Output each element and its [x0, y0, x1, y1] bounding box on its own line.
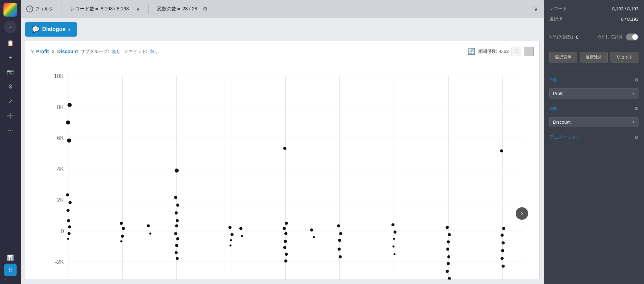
filter-button[interactable]: ▽ フィルタ — [26, 6, 53, 12]
refresh-icon[interactable]: 🔄 — [468, 48, 475, 55]
svg-point-51 — [120, 240, 122, 243]
action-buttons: 選択表示 選択除外 リセット — [549, 52, 638, 63]
svg-point-83 — [338, 239, 341, 242]
sidebar-item-plus[interactable]: ➕ — [4, 109, 17, 122]
x-dropdown-arrow-icon: ▾ — [633, 120, 635, 124]
dots-button[interactable]: ⠿ — [512, 47, 521, 56]
sidebar-item-scatter[interactable]: ⠿ — [4, 264, 17, 276]
na-toggle[interactable] — [626, 34, 638, 40]
selected-row: 選択済 0 / 8,193 — [549, 16, 638, 22]
svg-point-89 — [393, 238, 395, 240]
animation-gear-icon[interactable]: ⚙ — [634, 135, 638, 140]
svg-point-81 — [337, 224, 340, 227]
svg-point-105 — [501, 249, 504, 252]
y-axis-section-label: Y軸 — [549, 77, 557, 83]
facet-value[interactable]: 無し — [150, 48, 159, 55]
topbar-right-chevron[interactable]: ∨ — [534, 5, 538, 13]
filter-label: フィルタ — [35, 6, 53, 12]
svg-point-61 — [176, 237, 179, 240]
svg-point-90 — [393, 246, 395, 248]
svg-point-70 — [241, 235, 243, 237]
svg-point-88 — [394, 230, 397, 234]
y-axis-label: Profit — [31, 60, 37, 280]
rp-divider1 — [549, 28, 638, 28]
x-letter: X: — [52, 49, 56, 54]
svg-point-57 — [175, 211, 178, 215]
show-selected-button[interactable]: 選択表示 — [549, 52, 577, 63]
svg-point-50 — [121, 235, 124, 238]
chart-next-button[interactable]: › — [516, 207, 528, 220]
svg-point-40 — [67, 139, 71, 143]
svg-point-56 — [176, 203, 179, 207]
topbar-divider1 — [62, 4, 62, 14]
svg-point-55 — [174, 196, 177, 199]
svg-point-46 — [67, 232, 71, 235]
x-axis-section-header: X軸 ⚙ — [549, 105, 638, 112]
y-letter: Y: — [31, 49, 35, 54]
subgroup-value[interactable]: 無し — [112, 48, 121, 55]
dialogue-arrow-icon: › — [68, 26, 70, 32]
svg-point-45 — [68, 225, 71, 228]
na-calc-label: 0として計算 — [598, 34, 623, 40]
app-logo[interactable] — [3, 3, 17, 17]
record-chevron[interactable]: ∨ — [136, 6, 140, 12]
sidebar-item-settings[interactable]: ⚙ — [4, 80, 17, 93]
svg-point-101 — [500, 149, 503, 152]
svg-point-79 — [310, 228, 313, 231]
x-axis-gear-icon[interactable]: ⚙ — [634, 106, 638, 111]
y-axis-dropdown[interactable]: Profit ▾ — [549, 88, 638, 98]
svg-point-107 — [502, 265, 505, 268]
var-count: 変数の数＝ 28 / 28 — [157, 6, 197, 12]
svg-point-78 — [284, 259, 287, 263]
y-axis-gear-icon[interactable]: ⚙ — [634, 77, 638, 83]
reset-button[interactable]: リセット — [610, 52, 638, 63]
sidebar-item-share[interactable]: ↗ — [4, 95, 17, 107]
topbar: ▽ フィルタ レコード数＝ 8,193 / 8,193 ∨ 変数の数＝ 28 /… — [21, 0, 544, 18]
x-axis-dropdown[interactable]: Discount ▾ — [549, 117, 638, 127]
svg-point-73 — [283, 227, 286, 230]
x-value-button[interactable]: Discount — [57, 49, 78, 54]
record-row: レコード 8,193 / 8,193 — [549, 6, 638, 12]
svg-point-74 — [284, 232, 287, 235]
sidebar-item-document[interactable]: 📋 — [4, 37, 17, 49]
var-gear-icon[interactable]: ⚙ — [203, 6, 208, 12]
y-value-button[interactable]: Profit — [36, 49, 49, 54]
filter-icon: ▽ — [26, 6, 33, 12]
sidebar-item-add[interactable]: ＋ — [4, 51, 17, 64]
toggle-knob — [632, 34, 638, 40]
scatter-svg[interactable]: 10K 8K 6K 4K 2K 0 -2K -4K -6K -8K 0 0.1 … — [37, 60, 534, 280]
topbar-divider2 — [148, 4, 149, 14]
svg-point-42 — [68, 201, 72, 204]
chart-header: Y: Profit X: Discount サブグループ: 無し ファセット: … — [31, 47, 534, 56]
svg-point-60 — [174, 232, 177, 235]
record-count: レコード数＝ 8,193 / 8,193 — [70, 6, 129, 12]
svg-point-38 — [67, 103, 72, 107]
exclude-selected-button[interactable]: 選択除外 — [580, 52, 608, 63]
sidebar-toggle[interactable]: › — [4, 21, 17, 33]
svg-point-98 — [446, 270, 449, 273]
svg-point-59 — [175, 224, 178, 227]
svg-text:10K: 10K — [54, 73, 64, 79]
svg-point-76 — [283, 246, 286, 249]
svg-point-68 — [229, 245, 231, 247]
sidebar-item-barchart[interactable]: 📊 — [4, 251, 17, 264]
svg-point-39 — [66, 121, 70, 125]
svg-text:8K: 8K — [57, 104, 64, 110]
color-swatch[interactable] — [524, 47, 534, 56]
na-count: 0 — [576, 35, 578, 40]
svg-point-54 — [175, 169, 179, 173]
svg-point-69 — [239, 227, 242, 230]
sidebar-item-camera[interactable]: 📷 — [4, 66, 17, 78]
selected-value: 0 / 8,193 — [621, 17, 638, 22]
svg-point-95 — [446, 247, 449, 250]
right-panel: レコード 8,193 / 8,193 選択済 0 / 8,193 N/A(欠損数… — [544, 0, 644, 284]
dialogue-button[interactable]: 💬 Dialogue › — [25, 22, 77, 37]
na-row: N/A(欠損数) 0 0として計算 — [549, 34, 638, 40]
record-label: レコード — [549, 6, 567, 12]
svg-point-62 — [175, 244, 178, 247]
svg-text:2K: 2K — [57, 197, 64, 203]
svg-point-66 — [230, 233, 233, 236]
record-value: 8,193 / 8,193 — [612, 6, 638, 11]
sidebar-item-more[interactable]: ⋯ — [4, 124, 17, 136]
svg-point-44 — [67, 219, 70, 222]
